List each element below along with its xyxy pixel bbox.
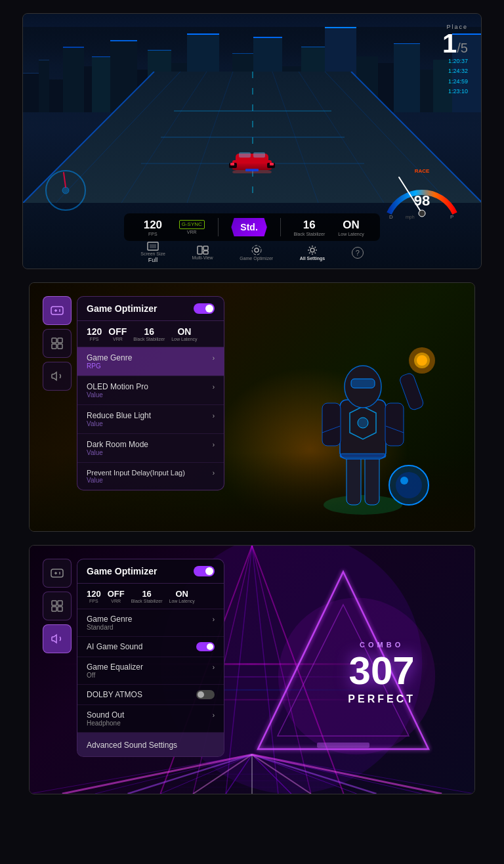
sound-stat-vrr: OFF VRR bbox=[108, 589, 125, 603]
svg-text:mph: mph bbox=[406, 215, 415, 220]
sound-optimizer-toggle[interactable] bbox=[194, 566, 215, 576]
svg-rect-108 bbox=[58, 607, 62, 611]
speedometer: 98 D P mph RACE bbox=[379, 161, 465, 223]
sound-menu-dolby-atmos[interactable]: DOLBY ATMOS bbox=[77, 685, 224, 705]
svg-rect-99 bbox=[317, 743, 369, 748]
toolbar-screen-size[interactable]: Screen Size Full bbox=[140, 242, 165, 263]
warrior-character bbox=[278, 308, 448, 518]
sound-optimizer-menu: Game Genre › Standard AI Game Sound Game… bbox=[77, 609, 224, 756]
sound-side-icon-sound-active[interactable] bbox=[43, 624, 72, 653]
side-icon-bar bbox=[43, 296, 72, 391]
svg-text:P: P bbox=[450, 214, 453, 220]
menu-item-oled-motion-pro[interactable]: OLED Motion Pro › Value bbox=[77, 376, 224, 404]
svg-point-40 bbox=[310, 248, 314, 252]
score-display: COMBO 307 PERFECT bbox=[348, 641, 415, 705]
svg-text:RACE: RACE bbox=[415, 168, 430, 174]
divider-1 bbox=[218, 218, 219, 236]
panel-racing-game: Place 1 /5 1:20:37 1:24:32 1:24:59 1:23:… bbox=[22, 13, 482, 269]
sound-menu-sound-out[interactable]: Sound Out › Headphone bbox=[77, 705, 224, 733]
menu-item-reduce-blue-light[interactable]: Reduce Blue Light › Value bbox=[77, 404, 224, 433]
optimizer-toggle[interactable] bbox=[194, 303, 215, 314]
svg-rect-36 bbox=[203, 246, 208, 250]
fps-stat: 120 FPS bbox=[140, 219, 166, 236]
sound-optimizer-panel: Game Optimizer 120 FPS OFF VRR 16 Black … bbox=[77, 559, 224, 757]
svg-point-31 bbox=[62, 187, 69, 194]
svg-rect-59 bbox=[340, 454, 386, 458]
sound-stats-row: 120 FPS OFF VRR 16 Black Stabilizer ON L… bbox=[77, 584, 224, 609]
svg-point-104 bbox=[59, 573, 60, 574]
svg-rect-107 bbox=[52, 607, 56, 611]
sound-optimizer-title: Game Optimizer bbox=[87, 566, 157, 576]
svg-point-63 bbox=[59, 309, 60, 311]
svg-rect-65 bbox=[52, 338, 56, 343]
svg-rect-49 bbox=[351, 379, 375, 388]
svg-point-56 bbox=[400, 477, 408, 485]
hud-race-position: Place 1 /5 1:20:37 1:24:32 1:24:59 1:23:… bbox=[442, 24, 468, 97]
svg-text:98: 98 bbox=[414, 192, 430, 209]
race-times: 1:20:37 1:24:32 1:24:59 1:23:10 bbox=[442, 56, 468, 97]
sound-side-icon-display[interactable] bbox=[43, 592, 72, 620]
sound-menu-ai-game-sound[interactable]: AI Game Sound bbox=[77, 637, 224, 657]
race-total: /5 bbox=[457, 41, 468, 54]
svg-rect-106 bbox=[58, 601, 62, 605]
svg-point-55 bbox=[396, 472, 422, 498]
svg-rect-16 bbox=[239, 152, 251, 158]
svg-rect-20 bbox=[230, 163, 234, 165]
optimizer-menu: Game Genre › RPG OLED Motion Pro › Value bbox=[77, 347, 224, 490]
game-toolbar: Screen Size Full Multi-View Game Optimiz… bbox=[127, 242, 377, 263]
hud-stats-bar: 120 FPS G-SYNC VRR Std. 16 Black Stabili… bbox=[124, 213, 380, 241]
svg-rect-47 bbox=[385, 403, 404, 446]
svg-rect-105 bbox=[52, 601, 56, 605]
menu-item-prevent-input-delay[interactable]: Prevent Input Delay(Input Lag) › Value bbox=[77, 462, 224, 490]
optimizer-panel-visual: Game Optimizer 120 FPS OFF VRR 16 Black … bbox=[77, 296, 224, 490]
mode-badge: Std. bbox=[231, 218, 266, 236]
svg-rect-17 bbox=[253, 152, 265, 158]
sound-stat-fps: 120 FPS bbox=[87, 589, 101, 603]
steering-wheel bbox=[43, 167, 89, 213]
svg-point-53 bbox=[417, 355, 427, 366]
svg-point-38 bbox=[255, 248, 259, 252]
menu-item-dark-room-mode[interactable]: Dark Room Mode › Value bbox=[77, 433, 224, 462]
svg-rect-66 bbox=[58, 338, 62, 343]
svg-rect-44 bbox=[340, 400, 386, 459]
svg-rect-37 bbox=[203, 251, 208, 254]
side-icon-sound[interactable] bbox=[43, 362, 72, 391]
low-latency-stat: ON Low Latency bbox=[338, 219, 364, 236]
svg-point-39 bbox=[252, 246, 261, 255]
svg-rect-68 bbox=[58, 344, 62, 349]
svg-rect-43 bbox=[365, 452, 379, 505]
panel-sound-optimizer: COMBO 307 PERFECT Game Optimizer bbox=[29, 545, 475, 794]
toolbar-help[interactable]: ? bbox=[352, 247, 364, 259]
svg-rect-21 bbox=[270, 163, 274, 165]
svg-point-103 bbox=[59, 572, 60, 573]
svg-rect-67 bbox=[52, 344, 56, 349]
toolbar-game-optimizer[interactable]: Game Optimizer bbox=[240, 245, 273, 261]
stat-black-stabilizer: 16 Black Stabilizer bbox=[133, 326, 165, 341]
svg-point-24 bbox=[419, 210, 425, 217]
sound-menu-game-equalizer[interactable]: Game Equalizer › Off bbox=[77, 657, 224, 685]
optimizer-title: Game Optimizer bbox=[87, 303, 157, 314]
svg-rect-46 bbox=[322, 403, 341, 446]
sound-side-icon-game[interactable] bbox=[43, 559, 72, 588]
side-icon-game[interactable] bbox=[43, 296, 72, 325]
menu-item-game-genre[interactable]: Game Genre › RPG bbox=[77, 347, 224, 376]
svg-rect-34 bbox=[150, 244, 156, 248]
divider-2 bbox=[280, 218, 281, 236]
sound-side-icon-bar bbox=[43, 559, 72, 653]
svg-rect-35 bbox=[198, 246, 202, 254]
side-icon-display[interactable] bbox=[43, 329, 72, 358]
svg-point-64 bbox=[59, 311, 60, 312]
sound-menu-advanced-sound[interactable]: Advanced Sound Settings bbox=[77, 733, 224, 756]
optimizer-header: Game Optimizer bbox=[77, 297, 224, 321]
sound-menu-game-genre[interactable]: Game Genre › Standard bbox=[77, 609, 224, 637]
svg-rect-42 bbox=[346, 452, 361, 505]
optimizer-stats-row: 120 FPS OFF VRR 16 Black Stabilizer ON L… bbox=[77, 321, 224, 347]
svg-text:D: D bbox=[389, 214, 393, 220]
sound-stat-low-latency: ON Low Latency bbox=[169, 589, 195, 603]
toolbar-all-settings[interactable]: All Settings bbox=[300, 245, 326, 261]
black-stabilizer-stat: 16 Black Stabilizer bbox=[293, 219, 325, 236]
sound-stat-black-stabilizer: 16 Black Stabilizer bbox=[131, 589, 163, 603]
toolbar-multi-view[interactable]: Multi-View bbox=[192, 246, 213, 260]
stat-low-latency: ON Low Latency bbox=[171, 326, 197, 341]
svg-line-32 bbox=[64, 173, 66, 187]
